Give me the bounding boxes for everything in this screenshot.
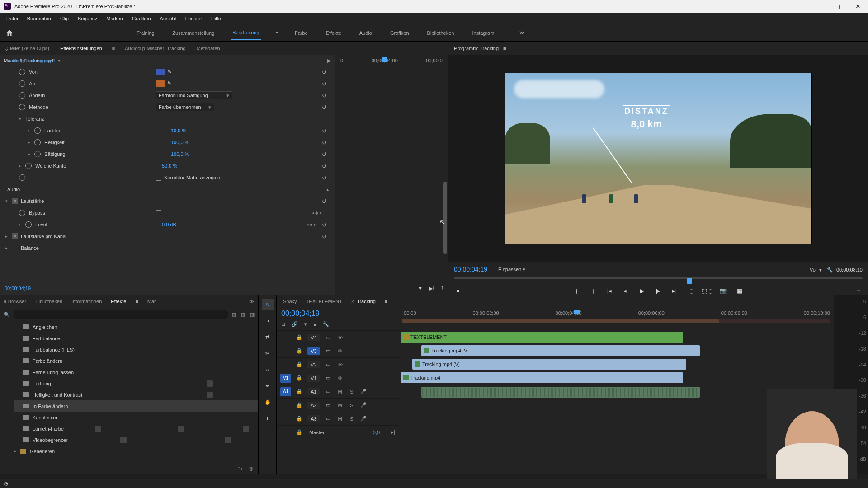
step-back-button[interactable]: ◂| bbox=[622, 286, 630, 295]
sequence-tab-tracking[interactable]: Tracking bbox=[357, 299, 376, 304]
effect-item[interactable]: Lumetri-Farbe bbox=[33, 426, 64, 432]
extract-button[interactable]: ⬚⬚ bbox=[703, 286, 711, 295]
reset-icon[interactable]: ↺ bbox=[322, 174, 329, 181]
checkbox-matte[interactable] bbox=[156, 175, 161, 181]
export-frame-button[interactable]: 📷 bbox=[719, 286, 727, 295]
clip-v3[interactable]: Tracking.mp4 [V] bbox=[421, 345, 700, 356]
solo-button[interactable]: S bbox=[348, 389, 355, 394]
sync-lock-icon[interactable]: ▭ bbox=[325, 416, 332, 422]
effect-item[interactable]: Angleichen bbox=[33, 324, 57, 330]
stopwatch-icon[interactable] bbox=[34, 151, 41, 157]
collapse-icon[interactable]: ▾ bbox=[5, 199, 12, 203]
reset-icon[interactable]: ↺ bbox=[322, 69, 329, 75]
reset-icon[interactable]: ↺ bbox=[322, 92, 329, 99]
menu-hilfe[interactable]: Hilfe bbox=[207, 14, 226, 23]
tab-menu-icon[interactable]: ≡ bbox=[112, 46, 115, 51]
go-to-in-button[interactable]: |◂ bbox=[605, 286, 613, 295]
stopwatch-icon[interactable] bbox=[34, 139, 41, 145]
track-v3[interactable]: V3 bbox=[307, 347, 320, 355]
effect-item[interactable]: Färbung bbox=[33, 381, 51, 386]
stopwatch-icon[interactable] bbox=[19, 92, 25, 99]
eye-icon[interactable]: 👁 bbox=[336, 348, 344, 354]
expand-icon[interactable]: ▸ bbox=[28, 152, 34, 156]
program-timecode[interactable]: 00;00;04;19 bbox=[454, 266, 487, 273]
collapse-icon[interactable]: ▾ bbox=[19, 117, 25, 121]
ec-mini-timeline[interactable]: 0 00;00;04;00 00;00;0 ▼▶⁞⤴ bbox=[335, 55, 448, 295]
tab-browser[interactable]: a-Browser bbox=[4, 299, 26, 304]
close-button[interactable]: ✕ bbox=[855, 3, 861, 10]
reset-icon[interactable]: ↺ bbox=[322, 221, 329, 228]
track-a2[interactable]: A2 bbox=[307, 402, 320, 409]
play-button[interactable]: ▶ bbox=[638, 286, 646, 295]
expand-icon[interactable]: ▸ bbox=[5, 234, 12, 239]
ec-timecode[interactable]: 00;00;04;19 bbox=[5, 286, 31, 291]
record-icon[interactable]: 🎤 bbox=[360, 402, 367, 408]
effect-item[interactable]: Videobegrenzer bbox=[33, 437, 67, 443]
add-marker-button[interactable]: ● bbox=[454, 286, 462, 295]
button-editor-add[interactable]: ＋ bbox=[854, 286, 863, 295]
menu-datei[interactable]: Datei bbox=[2, 14, 23, 23]
program-monitor[interactable]: DISTANZ 8,0 km bbox=[448, 55, 868, 262]
timeline-ruler[interactable]: ;00;00 00;00;02;00 00;00;04;00 00;00;06;… bbox=[399, 308, 834, 330]
clip-audio[interactable] bbox=[421, 387, 700, 398]
new-bin-icon[interactable]: 🗀 bbox=[237, 466, 242, 471]
collapse-icon[interactable]: ▴ bbox=[326, 187, 329, 192]
track-v2[interactable]: V2 bbox=[307, 361, 320, 368]
lock-icon[interactable]: 🔒 bbox=[296, 416, 303, 422]
tab-bibliotheken[interactable]: Bibliotheken bbox=[35, 299, 62, 304]
play-only-icon[interactable]: ▶⁞ bbox=[429, 286, 434, 291]
go-to-out-button[interactable]: ▸| bbox=[670, 286, 679, 295]
color-swatch-von[interactable] bbox=[156, 69, 165, 75]
workspace-audio[interactable]: Audio bbox=[358, 27, 374, 39]
menu-ansicht[interactable]: Ansicht bbox=[156, 14, 181, 23]
preset-bin-icon[interactable]: ▥ bbox=[232, 312, 236, 318]
more-tabs-icon[interactable]: ≫ bbox=[249, 299, 255, 305]
fit-dropdown[interactable]: Einpassen ▾ bbox=[498, 267, 525, 272]
stopwatch-icon[interactable] bbox=[19, 210, 25, 216]
reset-icon[interactable]: ↺ bbox=[322, 151, 329, 158]
track-v4[interactable]: V4 bbox=[307, 334, 320, 341]
sync-lock-icon[interactable]: ▭ bbox=[325, 334, 332, 340]
dropdown-aendern[interactable]: Farbton und Sättigung bbox=[156, 91, 232, 99]
tab-quelle[interactable]: Quelle: (keine Clips) bbox=[4, 44, 50, 53]
sync-lock-icon[interactable]: ▭ bbox=[325, 348, 332, 354]
add-marker-icon[interactable]: ▾ bbox=[304, 321, 307, 327]
mute-button[interactable]: M bbox=[336, 389, 344, 394]
reset-icon[interactable]: ↺ bbox=[322, 127, 329, 134]
ec-scrollbar[interactable] bbox=[443, 73, 447, 277]
step-forward-button[interactable]: |▸ bbox=[654, 286, 662, 295]
lock-icon[interactable]: 🔒 bbox=[296, 348, 303, 354]
eye-icon[interactable]: 👁 bbox=[336, 375, 344, 381]
effect-item[interactable]: Helligkeit und Kontrast bbox=[33, 392, 82, 398]
eyedropper-icon[interactable]: ✎ bbox=[167, 80, 174, 87]
expand-icon[interactable]: ▸ bbox=[19, 164, 25, 168]
workspace-zusammenstellung[interactable]: Zusammenstellung bbox=[170, 27, 216, 39]
value-level[interactable]: 0,0 dB bbox=[162, 222, 243, 227]
lift-button[interactable]: ⬚ bbox=[687, 286, 695, 295]
stopwatch-icon[interactable] bbox=[25, 221, 32, 228]
menu-sequenz[interactable]: Sequenz bbox=[73, 14, 102, 23]
workspace-bearbeitung[interactable]: Bearbeitung bbox=[231, 26, 261, 40]
sync-lock-icon[interactable]: ▭ bbox=[325, 389, 332, 394]
mark-in-button[interactable]: { bbox=[573, 286, 581, 295]
lock-icon[interactable]: 🔒 bbox=[296, 375, 303, 381]
sync-lock-icon[interactable]: ▭ bbox=[325, 375, 332, 381]
expand-icon[interactable]: ▸ bbox=[14, 448, 16, 454]
workspace-overflow-icon[interactable]: ≫ bbox=[519, 30, 525, 36]
expand-icon[interactable]: ▸ bbox=[5, 246, 12, 250]
stopwatch-icon[interactable] bbox=[19, 80, 25, 87]
effect-item[interactable]: In Farbe ändern bbox=[33, 404, 68, 409]
comparison-view-button[interactable]: ▦ bbox=[736, 286, 744, 295]
track-select-tool[interactable]: ⇥ bbox=[262, 315, 274, 327]
clip-v2[interactable]: Tracking.mp4 [V] bbox=[412, 359, 686, 370]
ripple-edit-tool[interactable]: ⇄ bbox=[262, 331, 274, 343]
settings-icon[interactable]: ● bbox=[313, 322, 316, 327]
go-to-end-icon[interactable]: ▸| bbox=[384, 429, 395, 435]
workspace-instagram[interactable]: Instagram bbox=[470, 27, 496, 39]
close-tab-icon[interactable]: × bbox=[351, 299, 354, 304]
stopwatch-icon[interactable] bbox=[25, 163, 32, 169]
expand-icon[interactable]: ▸ bbox=[28, 140, 34, 145]
source-patch-v1[interactable]: V1 bbox=[280, 374, 291, 383]
ec-sequence-clip[interactable]: Tracking * Tracking.mp4 bbox=[4, 55, 57, 66]
master-level[interactable]: 0,0 bbox=[373, 430, 380, 435]
